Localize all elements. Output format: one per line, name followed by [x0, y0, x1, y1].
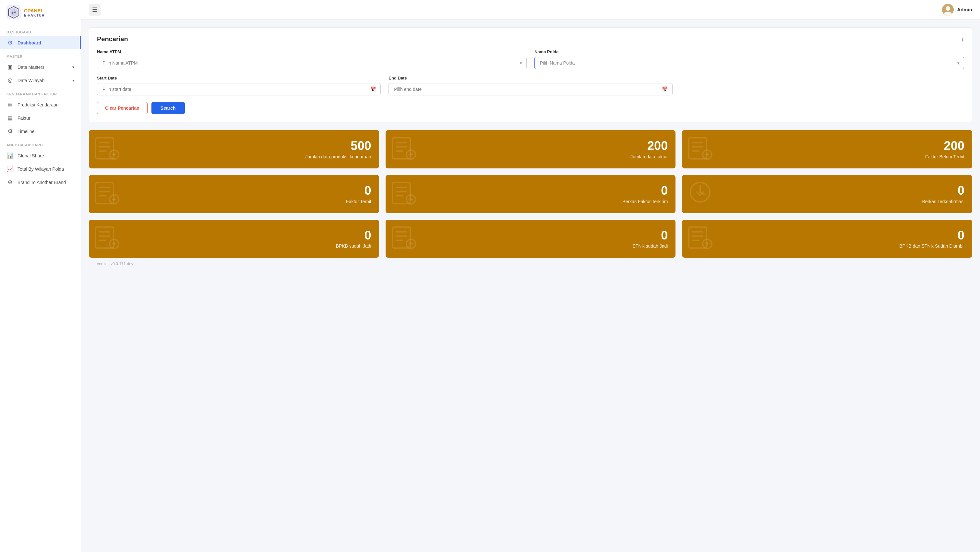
chevron-down-icon: ▾ — [72, 65, 74, 69]
brand-sub: E-FAKTUR — [24, 13, 45, 17]
search-card: Pencarian ↓ Nama ATPM Pilih Nama ATPM ▾ … — [89, 27, 972, 122]
polda-select-wrapper: Pilih Nama Polda ▾ — [535, 57, 964, 69]
chevron-down-icon-2: ▾ — [72, 78, 74, 83]
stat-card-berkas-terkirim: 0 Berkas Faktur Terkirim — [386, 175, 676, 213]
sidebar-item-dashboard[interactable]: ⊙ Dashboard — [0, 36, 81, 49]
svg-rect-52 — [392, 227, 410, 248]
stat-number-faktur-terbit: 0 — [364, 184, 371, 198]
main-area: ☰ Admin Pencarian ↓ Nama ATPM — [81, 0, 980, 552]
sidebar-item-data-masters[interactable]: ▣ Data Masters ▾ — [0, 61, 81, 74]
polda-group: Nama Polda Pilih Nama Polda ▾ — [535, 49, 964, 69]
clear-button[interactable]: Clear Pencarian — [97, 102, 148, 114]
stat-text-berkas-konfirmasi: 0 Berkas Terkonfirmasi — [690, 184, 964, 204]
end-date-wrapper: 📅 — [388, 83, 672, 96]
svg-rect-59 — [689, 227, 706, 248]
form-row-2: Start Date 📅 End Date 📅 — [97, 76, 964, 96]
stats-grid: 500 Jumlah data produksi kendaraan 200 J… — [89, 130, 972, 258]
stat-text-berkas-terkirim: 0 Berkas Faktur Terkirim — [393, 184, 668, 204]
start-date-input[interactable] — [97, 83, 381, 96]
sidebar-item-label-total-wilayah: Total By Wilayah Polda — [18, 166, 64, 172]
produksi-icon: ▤ — [6, 101, 14, 108]
data-wilayah-icon: ◎ — [6, 77, 14, 84]
stat-label-berkas-konfirmasi: Berkas Terkonfirmasi — [922, 199, 964, 204]
admin-label: Admin — [957, 7, 972, 12]
stat-bg-icon-bpkb-stnk — [687, 224, 713, 254]
end-date-label: End Date — [388, 76, 672, 80]
stat-text-faktur: 200 Jumlah data faktur — [393, 139, 668, 160]
global-share-icon: 📊 — [6, 152, 14, 159]
sidebar-logo: eF CPANEL E-FAKTUR — [0, 0, 81, 25]
logo-icon: eF — [6, 5, 21, 19]
stat-card-faktur-terbit: 0 Faktur Terbit — [89, 175, 379, 213]
sidebar-item-faktur[interactable]: ▤ Faktur — [0, 111, 81, 124]
stat-card-produksi: 500 Jumlah data produksi kendaraan — [89, 130, 379, 168]
stat-label-faktur-belum: Faktur Belum Terbit — [925, 154, 964, 160]
sidebar-item-label-global-share: Global Share — [18, 153, 44, 158]
data-masters-icon: ▣ — [6, 64, 14, 70]
topbar-left: ☰ — [89, 4, 100, 16]
faktur-icon: ▤ — [6, 115, 14, 121]
section-label-aney: Aney Dashboard — [0, 138, 81, 149]
polda-label: Nama Polda — [535, 49, 964, 54]
sidebar-item-label-produksi: Produksi Kendaraan — [18, 102, 59, 107]
sidebar-item-timeline[interactable]: ⚙ Timeline — [0, 124, 81, 138]
topbar-right: Admin — [942, 4, 972, 16]
content-area: Pencarian ↓ Nama ATPM Pilih Nama ATPM ▾ … — [81, 19, 980, 552]
end-date-group: End Date 📅 — [388, 76, 672, 96]
search-button[interactable]: Search — [151, 102, 185, 114]
stat-number-faktur: 200 — [647, 139, 668, 153]
stat-label-faktur: Jumlah data faktur — [630, 154, 668, 160]
section-label-dashboard: Dashboard — [0, 25, 81, 36]
stat-number-faktur-belum: 200 — [944, 139, 964, 153]
btn-row: Clear Pencarian Search — [97, 102, 964, 114]
stat-card-bpkb-stnk: 0 BPKB dan STNK Sudah Diambil — [682, 220, 972, 258]
stat-bg-icon-stnk-jadi — [391, 224, 417, 254]
stat-text-bpkb-jadi: 0 BPKB sudah Jadi — [97, 229, 371, 249]
sidebar-item-label-faktur: Faktur — [18, 115, 30, 121]
dashboard-icon: ⊙ — [6, 39, 14, 46]
stat-number-berkas-konfirmasi: 0 — [958, 184, 964, 198]
sidebar-item-brand-to-brand[interactable]: ⊕ Brand To Another Brand — [0, 175, 81, 189]
atpm-group: Nama ATPM Pilih Nama ATPM ▾ — [97, 49, 527, 69]
collapse-button[interactable]: ↓ — [961, 35, 964, 43]
stat-label-bpkb-jadi: BPKB sudah Jadi — [336, 243, 371, 249]
stat-bg-icon-berkas-terkirim — [391, 179, 417, 209]
svg-point-5 — [946, 6, 950, 11]
sidebar-item-label-data-wilayah: Data Wilayah — [18, 78, 45, 83]
stat-card-berkas-konfirmasi: 0 Berkas Terkonfirmasi — [682, 175, 972, 213]
stat-text-produksi: 500 Jumlah data produksi kendaraan — [97, 139, 371, 160]
stat-bg-icon-berkas-konfirmasi — [687, 179, 713, 209]
svg-rect-28 — [95, 182, 113, 203]
sidebar-item-produksi-kendaraan[interactable]: ▤ Produksi Kendaraan — [0, 98, 81, 111]
stat-card-faktur: 200 Jumlah data faktur — [386, 130, 676, 168]
atpm-select[interactable]: Pilih Nama ATPM — [97, 57, 527, 69]
stat-card-stnk-jadi: 0 STNK sudah Jadi — [386, 220, 676, 258]
sidebar-item-data-wilayah[interactable]: ◎ Data Wilayah ▾ — [0, 74, 81, 87]
svg-rect-14 — [392, 137, 410, 159]
end-date-input[interactable] — [388, 83, 672, 96]
section-label-kendaraan: Kendaraan dan faktur — [0, 87, 81, 98]
stat-card-faktur-belum: 200 Faktur Belum Terbit — [682, 130, 972, 168]
hamburger-button[interactable]: ☰ — [89, 4, 100, 16]
polda-select[interactable]: Pilih Nama Polda — [535, 57, 964, 69]
topbar: ☰ Admin — [81, 0, 980, 19]
sidebar-item-label-data-masters: Data Masters — [18, 65, 45, 70]
stat-label-produksi: Jumlah data produksi kendaraan — [305, 154, 371, 160]
sidebar-item-total-wilayah[interactable]: 📈 Total By Wilayah Polda — [0, 162, 81, 175]
stat-label-stnk-jadi: STNK sudah Jadi — [632, 243, 668, 249]
version-text: Version v0.0.171-dev — [97, 262, 133, 266]
stat-number-bpkb-stnk: 0 — [958, 229, 964, 242]
sidebar-item-label-timeline: Timeline — [18, 129, 34, 134]
form-row-1: Nama ATPM Pilih Nama ATPM ▾ Nama Polda P… — [97, 49, 964, 69]
start-date-label: Start Date — [97, 76, 381, 80]
stat-label-berkas-terkirim: Berkas Faktur Terkirim — [623, 199, 668, 204]
start-date-wrapper: 📅 — [97, 83, 381, 96]
brand-to-brand-icon: ⊕ — [6, 179, 14, 186]
start-date-group: Start Date 📅 — [97, 76, 381, 96]
avatar — [942, 4, 954, 16]
stat-text-bpkb-stnk: 0 BPKB dan STNK Sudah Diambil — [690, 229, 964, 249]
sidebar-item-global-share[interactable]: 📊 Global Share — [0, 149, 81, 162]
stat-number-bpkb-jadi: 0 — [364, 229, 371, 242]
stat-label-bpkb-stnk: BPKB dan STNK Sudah Diambil — [899, 243, 964, 249]
sidebar: eF CPANEL E-FAKTUR Dashboard ⊙ Dashboard… — [0, 0, 81, 552]
